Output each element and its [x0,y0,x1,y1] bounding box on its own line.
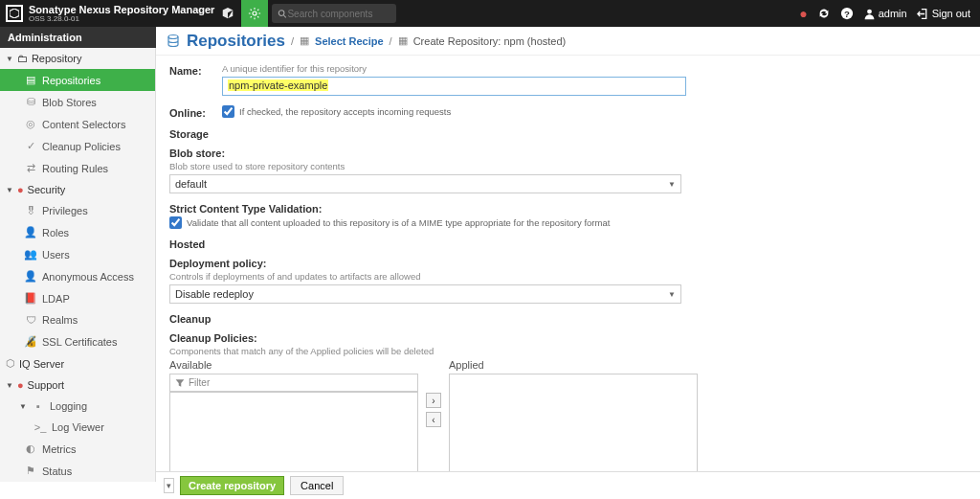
alert-icon[interactable]: ● [799,6,807,21]
shield-icon: 🛡 [25,314,36,326]
nexus-logo-icon [6,5,23,22]
sidebar-item-label: Content Selectors [42,119,125,130]
sidebar-item-metrics[interactable]: ◐Metrics [0,438,155,460]
available-filter[interactable]: Filter [169,374,418,392]
route-icon: ⇄ [25,162,36,174]
sidebar-item-status[interactable]: ⚑Status [0,460,155,482]
sidebar-item-ldap[interactable]: 📕LDAP [0,287,155,309]
search-input[interactable] [287,9,390,19]
sidebar-item-privileges[interactable]: 🎖Privileges [0,200,155,221]
target-icon: ◎ [25,118,36,130]
alert-badge-icon: ● [17,184,24,195]
signout-icon [917,8,929,20]
disk-icon: ⛁ [25,96,36,108]
log-icon: ▪ [33,400,44,412]
sidebar-item-label: SSL Certificates [42,336,117,348]
book-icon: 📕 [25,292,36,305]
alert-badge-icon: ● [17,379,24,391]
cancel-button[interactable]: Cancel [290,476,344,495]
sidebar-item-label: Metrics [42,443,76,455]
hosted-section-header: Hosted [169,238,967,250]
strict-label: Strict Content Type Validation: [169,203,967,215]
sidebar-item-log-viewer[interactable]: >_Log Viewer [0,417,155,438]
sidebar-item-realms[interactable]: 🛡Realms [0,309,155,330]
online-checkbox-row[interactable]: If checked, the repository accepts incom… [222,105,967,118]
svg-point-1 [253,11,256,15]
chevron-down-icon: ▼ [668,180,676,189]
move-left-button[interactable]: ‹ [426,412,441,427]
sidebar-item-roles[interactable]: 👤Roles [0,221,155,243]
refresh-icon[interactable] [817,7,831,20]
page-title[interactable]: Repositories [187,32,285,51]
name-label: Name: [169,63,222,96]
strict-checkbox-row[interactable]: Validate that all content uploaded to th… [169,216,967,229]
sidebar-item-iq-server[interactable]: ⬡ IQ Server [0,352,155,374]
sidebar-item-users[interactable]: 👥Users [0,243,155,265]
search-icon [278,9,287,19]
repository-form: Name: A unique identifier for this repos… [156,56,980,471]
sidebar-item-ssl[interactable]: 🔏SSL Certificates [0,330,155,352]
chevron-down-icon: ▼ [6,55,13,63]
cert-icon: 🔏 [25,335,36,348]
move-right-button[interactable]: › [426,393,441,408]
breadcrumb-sep: / [291,35,294,47]
applied-list[interactable] [449,374,698,471]
repositories-icon [166,34,181,49]
strict-hint: Validate that all content uploaded to th… [187,217,610,228]
sidebar-item-cleanup-policies[interactable]: ✓Cleanup Policies [0,135,155,157]
recipe-icon: ▦ [300,34,309,47]
user-menu[interactable]: admin [863,8,907,20]
name-input[interactable] [222,77,686,96]
sidebar-item-repositories[interactable]: ▤ Repositories [0,69,155,91]
sidebar-item-label: Routing Rules [42,163,108,174]
gauge-icon: ◐ [25,442,36,455]
sidebar-item-anonymous[interactable]: 👤Anonymous Access [0,265,155,287]
breadcrumb-sep: / [390,35,392,47]
svg-line-3 [284,14,287,17]
recipe-icon: ▦ [398,34,408,47]
breadcrumb-select-recipe[interactable]: Select Recipe [315,35,384,47]
folder-icon: 🗀 [17,53,28,64]
blob-store-hint: Blob store used to store repository cont… [169,161,967,171]
sidebar-item-routing-rules[interactable]: ⇄Routing Rules [0,157,155,179]
breadcrumb-create: Create Repository: npm (hosted) [413,35,567,47]
available-list[interactable] [169,392,418,471]
sidebar-item-label: Cleanup Policies [42,141,121,152]
sidebar-item-logging[interactable]: ▼ ▪Logging [0,396,155,417]
sidebar-item-label: LDAP [42,293,70,305]
chevron-down-icon: ▼ [6,186,13,194]
anon-icon: 👤 [25,270,36,283]
signout-button[interactable]: Sign out [917,8,970,20]
administration-header: Administration [0,27,156,48]
deploy-policy-select[interactable]: Disable redeploy ▼ [169,284,681,304]
admin-mode-icon[interactable] [241,0,268,27]
chevron-down-icon: ▼ [19,402,27,411]
user-icon [863,8,876,20]
browse-mode-icon[interactable] [214,0,241,27]
search-field[interactable] [272,4,396,23]
signout-label: Sign out [932,8,970,19]
sidebar-group-support[interactable]: ▼ ● Support [0,374,155,396]
svg-point-6 [867,9,872,13]
stack-icon: ▤ [25,74,36,86]
cleanup-section-header: Cleanup [169,313,967,325]
sidebar-group-security[interactable]: ▼ ● Security [0,179,155,200]
footer-menu-toggle[interactable]: ▾ [164,478,174,493]
strict-checkbox[interactable] [169,216,182,229]
help-icon[interactable]: ? [840,7,854,20]
broom-icon: ✓ [25,140,36,152]
product-name: Sonatype Nexus Repository Manager [29,5,214,15]
sidebar-group-repository[interactable]: ▼ 🗀 Repository [0,48,155,69]
sidebar-group-label: Repository [32,53,82,64]
sidebar-item-content-selectors[interactable]: ◎Content Selectors [0,113,155,135]
blob-store-label: Blob store: [169,147,967,159]
blob-store-select[interactable]: default ▼ [169,174,681,193]
sidebar-item-label: Anonymous Access [42,271,134,283]
svg-text:?: ? [844,9,850,19]
online-hint: If checked, the repository accepts incom… [239,106,451,117]
sidebar-item-blob-stores[interactable]: ⛁Blob Stores [0,91,155,113]
user-label: admin [879,8,907,19]
svg-point-2 [279,10,285,15]
create-repository-button[interactable]: Create repository [180,476,284,495]
online-checkbox[interactable] [222,105,234,118]
